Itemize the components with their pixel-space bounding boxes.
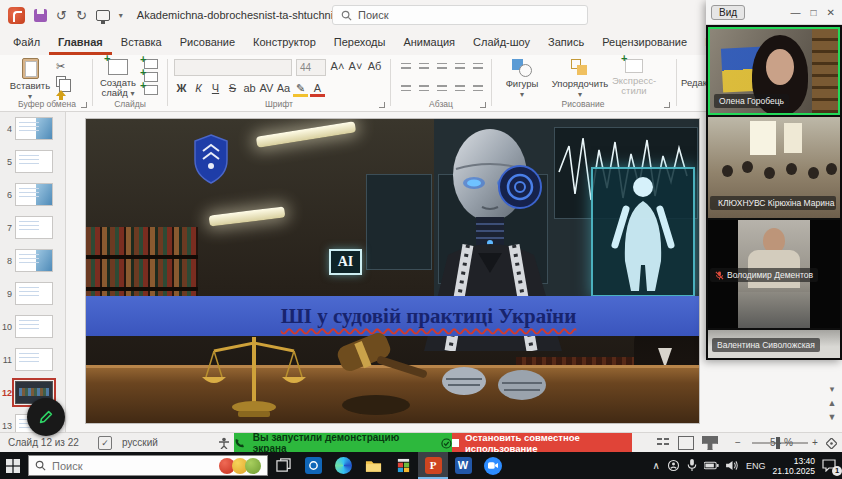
qat-customize-caret-icon[interactable]: ▾ bbox=[119, 11, 123, 20]
clipboard-dialog-launcher[interactable] bbox=[81, 102, 87, 108]
ribbon-tab[interactable]: Запись bbox=[539, 30, 593, 55]
slide-title-banner[interactable]: ШІ у судовій практиці України bbox=[86, 296, 700, 336]
normal-view-button[interactable] bbox=[655, 436, 671, 450]
ribbon-tab[interactable]: Вставка bbox=[112, 30, 171, 55]
change-case-button[interactable]: Aa bbox=[276, 80, 291, 97]
check-circle-icon[interactable] bbox=[441, 438, 452, 449]
ribbon-tab[interactable]: Конструктор bbox=[244, 30, 325, 55]
task-view-button[interactable] bbox=[268, 452, 298, 479]
cut-button[interactable]: ✂ bbox=[56, 59, 66, 74]
ribbon-tab[interactable]: Анимация bbox=[394, 30, 464, 55]
arrange-button[interactable]: Упорядочить ▾ bbox=[549, 57, 611, 100]
text-direction-button[interactable] bbox=[469, 60, 485, 74]
word-app-icon[interactable]: W bbox=[448, 452, 478, 479]
close-button[interactable]: ✕ bbox=[825, 7, 837, 18]
ribbon-tab[interactable]: Рисование bbox=[171, 30, 244, 55]
tray-battery-icon[interactable] bbox=[704, 461, 719, 470]
next-slide-button[interactable]: ▼ bbox=[828, 412, 837, 422]
edge-app-icon[interactable] bbox=[328, 452, 358, 479]
redo-button[interactable]: ↻ bbox=[76, 8, 87, 23]
drawing-dialog-launcher[interactable] bbox=[664, 102, 670, 108]
maximize-button[interactable]: □ bbox=[809, 7, 819, 18]
start-presentation-icon[interactable] bbox=[96, 10, 110, 21]
italic-button[interactable]: К bbox=[191, 80, 206, 97]
slide-thumbnail-row[interactable]: 7 bbox=[0, 211, 65, 244]
slide-thumbnail[interactable] bbox=[15, 249, 53, 272]
decrease-indent-button[interactable] bbox=[433, 60, 449, 74]
character-spacing-button[interactable]: AV bbox=[259, 80, 274, 97]
slide-thumbnail-row[interactable]: 4 bbox=[0, 112, 65, 145]
scroll-down-button[interactable]: ▾ bbox=[830, 384, 835, 394]
slide-12[interactable]: AI bbox=[85, 118, 700, 424]
align-center-button[interactable] bbox=[415, 82, 431, 96]
clear-formatting-button[interactable]: Аб bbox=[367, 58, 382, 75]
zoom-view-button[interactable]: Вид bbox=[711, 5, 745, 20]
numbering-button[interactable] bbox=[415, 60, 431, 74]
previous-slide-button[interactable]: ▲ bbox=[828, 398, 837, 408]
fit-slide-icon[interactable] bbox=[826, 438, 837, 449]
font-dialog-launcher[interactable] bbox=[379, 102, 385, 108]
zoom-out-button[interactable]: − bbox=[735, 433, 741, 453]
taskbar-search-input[interactable] bbox=[52, 460, 182, 472]
tray-shield-icon[interactable] bbox=[667, 459, 680, 472]
paragraph-dialog-launcher[interactable] bbox=[480, 102, 486, 108]
ribbon-tab[interactable]: Рецензирование bbox=[593, 30, 696, 55]
slide-thumbnail[interactable] bbox=[15, 117, 53, 140]
stop-share-banner[interactable]: Остановить совместное использование bbox=[452, 433, 632, 453]
slide-thumbnail-row[interactable]: 10 bbox=[0, 310, 65, 343]
section-button[interactable] bbox=[144, 85, 158, 95]
slide-thumbnail-row[interactable]: 9 bbox=[0, 277, 65, 310]
slide-thumbnail[interactable] bbox=[15, 348, 53, 371]
slide-sorter-view-button[interactable] bbox=[678, 436, 694, 450]
ribbon-tab[interactable]: Главная bbox=[49, 30, 112, 55]
slide-thumbnail-row[interactable]: 11 bbox=[0, 343, 65, 376]
ribbon-tab[interactable]: Переходы bbox=[325, 30, 395, 55]
powerpoint-app-icon[interactable]: P bbox=[418, 452, 448, 479]
input-language[interactable]: ENG bbox=[746, 461, 766, 471]
outlook-app-icon[interactable] bbox=[298, 452, 328, 479]
text-shadow-button[interactable]: ab bbox=[242, 80, 257, 97]
shrink-font-button[interactable]: A˅ bbox=[348, 58, 363, 75]
tray-speaker-icon[interactable] bbox=[726, 460, 739, 471]
slide-thumbnail[interactable] bbox=[15, 150, 53, 173]
slide-thumbnail-row[interactable]: 6 bbox=[0, 178, 65, 211]
bullets-button[interactable] bbox=[397, 60, 413, 74]
file-explorer-icon[interactable] bbox=[358, 452, 388, 479]
new-slide-button[interactable]: Создать слайд ▾ bbox=[96, 57, 140, 99]
increase-indent-button[interactable] bbox=[451, 60, 467, 74]
font-size-combobox[interactable]: 44 bbox=[296, 59, 326, 76]
shapes-button[interactable]: Фигуры ▾ bbox=[499, 57, 545, 100]
quick-styles-button[interactable]: Экспресс- стили bbox=[611, 57, 657, 96]
tray-clock[interactable]: 13:40 21.10.2025 bbox=[772, 456, 815, 476]
ribbon-tab[interactable]: Файл bbox=[4, 30, 49, 55]
ribbon-search-box[interactable]: Поиск bbox=[332, 5, 588, 25]
paste-button[interactable]: Вставить ▾ bbox=[8, 57, 52, 102]
ribbon-tab[interactable]: Слайд-шоу bbox=[464, 30, 539, 55]
participant-video-olena[interactable]: Олена Горобець bbox=[708, 27, 840, 115]
annotation-pen-button[interactable] bbox=[27, 398, 65, 436]
undo-button[interactable]: ↺ bbox=[56, 8, 67, 23]
proofing-icon[interactable]: ✓ bbox=[98, 436, 112, 450]
align-right-button[interactable] bbox=[433, 82, 449, 96]
copy-button[interactable] bbox=[56, 76, 66, 87]
slide-thumbnail-row[interactable]: 5 bbox=[0, 145, 65, 178]
minimize-button[interactable]: — bbox=[789, 7, 803, 18]
columns-button[interactable] bbox=[469, 82, 485, 96]
slide-thumbnail[interactable] bbox=[15, 216, 53, 239]
participant-video-dementov[interactable]: Володимир Дементов bbox=[708, 220, 840, 328]
font-name-combobox[interactable] bbox=[174, 59, 292, 76]
microsoft-store-icon[interactable] bbox=[388, 452, 418, 479]
tray-expand-chevron[interactable]: ∧ bbox=[653, 460, 660, 471]
slide-thumbnail[interactable] bbox=[15, 183, 53, 206]
slide-thumbnail-row[interactable]: 8 bbox=[0, 244, 65, 277]
grow-font-button[interactable]: A˄ bbox=[330, 58, 345, 75]
save-button[interactable] bbox=[34, 9, 47, 22]
participant-video-sivolozhskaya[interactable]: Валентина Сиволожская bbox=[708, 330, 840, 358]
align-left-button[interactable] bbox=[397, 82, 413, 96]
zoom-percent[interactable]: 54 % bbox=[770, 433, 793, 453]
slide-thumbnail[interactable] bbox=[15, 315, 53, 338]
participant-video-kiryukhina[interactable]: КЛЮХНУВС Кірюхіна Марина bbox=[708, 117, 840, 218]
underline-button[interactable]: Ч bbox=[208, 80, 223, 97]
language-status[interactable]: русский bbox=[122, 433, 158, 453]
start-button[interactable] bbox=[0, 452, 26, 479]
